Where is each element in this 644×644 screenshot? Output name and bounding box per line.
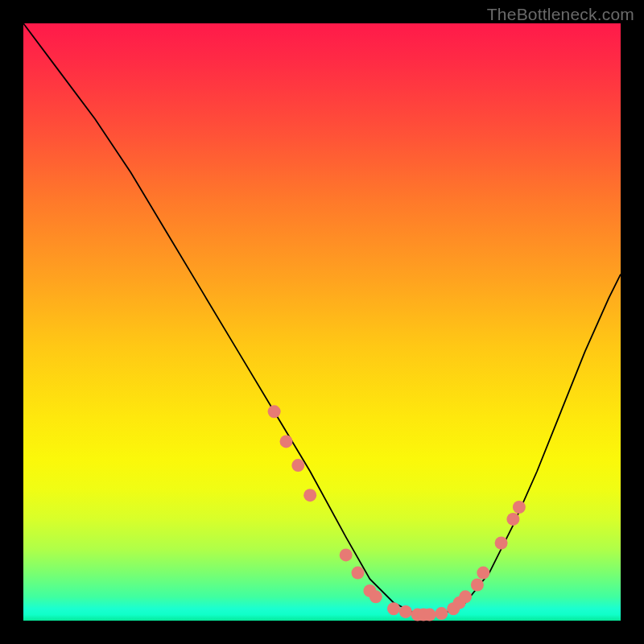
marker-point <box>280 435 293 448</box>
chart-container: TheBottleneck.com <box>0 0 644 644</box>
marker-point <box>423 609 436 621</box>
marker-point <box>340 548 353 561</box>
marker-point <box>303 489 316 502</box>
marker-point <box>352 567 365 580</box>
marker-point <box>495 537 508 550</box>
marker-point <box>399 605 412 618</box>
highlighted-points <box>268 405 526 621</box>
marker-point <box>477 567 489 580</box>
marker-point <box>369 590 382 603</box>
marker-point <box>506 513 519 526</box>
marker-point <box>459 590 472 603</box>
marker-point <box>291 459 304 472</box>
chart-overlay <box>0 0 644 644</box>
marker-point <box>513 501 526 514</box>
marker-point <box>471 579 484 592</box>
marker-point <box>268 405 281 418</box>
marker-point <box>387 602 400 615</box>
bottleneck-curve <box>23 23 621 615</box>
marker-point <box>435 607 448 620</box>
